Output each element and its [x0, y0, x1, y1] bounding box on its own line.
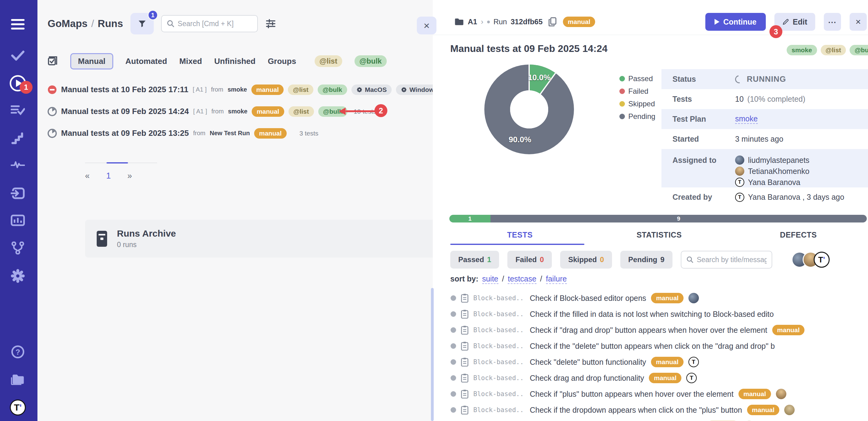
runs-search-input[interactable]	[178, 20, 252, 28]
tab-tests[interactable]: TESTS	[450, 230, 590, 248]
filter-passed[interactable]: Passed1	[450, 251, 499, 269]
copy-icon[interactable]	[548, 17, 557, 27]
legend-skipped: Skipped	[619, 100, 655, 108]
assignee[interactable]: liudmylastepanets	[735, 156, 809, 165]
activity-icon[interactable]	[9, 156, 26, 173]
annotation-arrow-head	[339, 108, 346, 115]
runs-search[interactable]	[161, 15, 258, 32]
pending-dot	[619, 114, 625, 119]
breadcrumb-project[interactable]: GoMaps	[48, 18, 88, 29]
avatar: T'	[814, 252, 830, 268]
runs-archive-card[interactable]: Runs Archive 0 runs ›	[85, 220, 466, 257]
funnel-icon	[137, 19, 147, 28]
run-type-badge: manual	[252, 106, 284, 117]
tab-defects[interactable]: DEFECTS	[728, 230, 868, 248]
tab-manual[interactable]: Manual	[70, 53, 113, 69]
test-title: Check if "plus" button appears when hove…	[530, 390, 734, 399]
run-platform-badge: Windows	[396, 85, 433, 95]
pagination-prev-button[interactable]: «	[85, 171, 90, 181]
run-id: 312dfb65	[511, 18, 542, 26]
test-suite: Block-based...	[473, 326, 525, 334]
pagination-page-1[interactable]: 1	[106, 171, 111, 181]
sort-by-testcase[interactable]: testcase	[508, 274, 536, 284]
test-suite: Block-based...	[473, 310, 525, 318]
run-type-badge: manual	[254, 128, 287, 139]
test-row[interactable]: Block-based... Check if "plus" button ap…	[433, 386, 868, 402]
runs-tabs: Manual Automated Mixed Unfinished Groups…	[48, 53, 387, 69]
pending-status-dot	[451, 295, 456, 301]
tab-groups[interactable]: Groups	[268, 57, 296, 66]
passed-dot	[619, 76, 625, 81]
tests-search-input[interactable]	[697, 256, 767, 264]
test-row[interactable]: Block-based... Check if the dropdown app…	[433, 402, 868, 418]
test-plan-link[interactable]: smoke	[735, 114, 758, 124]
info-row-assigned: Assigned to liudmylastepanets TetianaKho…	[661, 149, 868, 188]
tests-list-scrollbar[interactable]	[431, 288, 434, 421]
assignee[interactable]: TYana Baranova	[735, 178, 809, 187]
settings-icon[interactable]	[9, 268, 26, 285]
archive-title: Runs Archive	[117, 228, 176, 239]
filter-button[interactable]: 1	[130, 13, 154, 34]
assignee-avatar-stack[interactable]: T'	[797, 252, 830, 268]
milestones-icon[interactable]	[9, 130, 26, 147]
run-from-label: from	[212, 108, 224, 115]
tests-search[interactable]	[681, 251, 772, 269]
requirements-icon[interactable]	[9, 102, 26, 119]
run-tag: @bulk	[318, 85, 347, 95]
tab-statistics[interactable]: STATISTICS	[590, 230, 729, 248]
sort-by-suite[interactable]: suite	[482, 274, 498, 284]
tag-filter-bulk[interactable]: @bulk	[354, 55, 387, 67]
menu-icon[interactable]	[9, 16, 26, 33]
run-stopped-icon	[48, 85, 57, 94]
info-row-plan: Test Plan smoke	[661, 109, 868, 129]
assignee[interactable]: TetianaKhomenko	[735, 167, 809, 176]
close-detail-button[interactable]: ×	[849, 13, 867, 31]
sign-in-icon[interactable]	[9, 185, 26, 202]
profile-avatar[interactable]: T'	[9, 399, 26, 416]
run-source: smoke	[228, 108, 247, 115]
gear-icon	[356, 87, 363, 93]
play-icon	[715, 19, 719, 25]
filter-failed[interactable]: Failed0	[507, 251, 552, 269]
results-donut-chart: 10.0% 90.0%	[484, 64, 574, 154]
tab-automated[interactable]: Automated	[126, 57, 167, 66]
test-title: Check if the dropdown appears when click…	[530, 405, 742, 415]
view-settings-icon[interactable]	[265, 18, 276, 29]
run-row-3[interactable]: Manual tests at 09 Feb 2025 13:25 from N…	[37, 122, 433, 144]
tag-filter-list[interactable]: @list	[315, 55, 342, 67]
help-icon[interactable]: ?	[9, 343, 26, 361]
failed-dot	[619, 88, 625, 94]
info-row-status: Status RUNNING	[661, 69, 868, 89]
archive-count: 0 runs	[117, 241, 176, 249]
breadcrumb: GoMaps / Runs	[48, 18, 123, 29]
panel-close-button[interactable]: ×	[417, 17, 436, 34]
test-cases-icon[interactable]	[9, 47, 26, 64]
run-type-badge: manual	[251, 85, 284, 95]
reports-icon[interactable]	[9, 212, 26, 229]
test-row[interactable]: Block-based... Check if the filled in da…	[433, 306, 868, 322]
test-suite: Block-based...	[473, 358, 525, 366]
test-row[interactable]: Block-based... Check if the "delete" but…	[433, 338, 868, 354]
integrations-icon[interactable]	[9, 240, 26, 257]
test-title: Check if the "delete" button appears whe…	[530, 342, 775, 350]
filter-pending[interactable]: Pending9	[620, 251, 673, 269]
tab-unfinished[interactable]: Unfinished	[214, 57, 255, 66]
run-row-1[interactable]: Manual tests at 10 Feb 2025 17:11 [ A1 ]…	[37, 79, 433, 101]
pagination-next-button[interactable]: »	[127, 171, 132, 181]
test-row-partial[interactable]: Block-based... manual	[433, 418, 868, 421]
test-row[interactable]: Block-based... Check "delete" button fun…	[433, 354, 868, 370]
select-all-icon[interactable]	[48, 56, 58, 67]
projects-icon[interactable]	[9, 371, 26, 388]
continue-button[interactable]: Continue	[705, 13, 766, 31]
more-button[interactable]: ...	[824, 13, 841, 31]
test-row[interactable]: Block-based... Check if Block-based edit…	[433, 290, 868, 306]
breadcrumb-folder[interactable]: A1	[468, 18, 477, 26]
skipped-dot	[619, 101, 625, 107]
tab-mixed[interactable]: Mixed	[179, 57, 202, 66]
clipboard-icon	[461, 357, 468, 367]
filter-skipped[interactable]: Skipped0	[560, 251, 612, 269]
test-row[interactable]: Block-based... Check if "drag and drop" …	[433, 322, 868, 338]
avatar	[735, 167, 744, 176]
test-row[interactable]: Block-based... Check drag and drop funct…	[433, 370, 868, 386]
sort-by-failure[interactable]: failure	[546, 274, 567, 284]
